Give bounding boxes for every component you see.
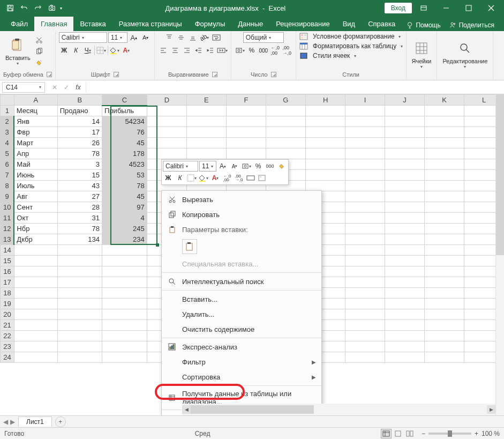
cell-B12[interactable]: 78 bbox=[57, 224, 102, 234]
tellme-button[interactable]: Помощь bbox=[403, 19, 443, 31]
menu-filter[interactable]: Фильтр▶ bbox=[162, 354, 321, 369]
cell-G1[interactable] bbox=[266, 106, 305, 116]
tab-help[interactable]: Справка bbox=[362, 17, 402, 31]
cell-I7[interactable] bbox=[345, 170, 385, 181]
mini-comma-icon[interactable]: 000 bbox=[265, 161, 275, 172]
cell-K18[interactable] bbox=[424, 288, 464, 299]
currency-icon[interactable]: ▾ bbox=[235, 45, 245, 56]
cell-styles-button[interactable]: Стили ячеек ▾ bbox=[299, 51, 403, 60]
row-header-19[interactable]: 19 bbox=[1, 299, 14, 309]
col-header-F[interactable]: F bbox=[226, 95, 266, 106]
cell-B19[interactable] bbox=[57, 299, 102, 309]
cell-I22[interactable] bbox=[345, 331, 385, 341]
cell-C10[interactable]: 97 bbox=[102, 202, 147, 213]
cells-button[interactable]: Ячейки ▾ bbox=[410, 39, 434, 70]
row-header-11[interactable]: 11 bbox=[1, 213, 14, 224]
cell-B24[interactable] bbox=[57, 352, 102, 363]
col-header-I[interactable]: I bbox=[345, 95, 385, 106]
cell-J17[interactable] bbox=[385, 277, 425, 288]
cell-A1[interactable]: Месяц bbox=[14, 106, 57, 116]
font-size-combo[interactable]: 11▾ bbox=[108, 32, 127, 43]
mini-font-combo[interactable]: Calibri▾ bbox=[163, 161, 198, 172]
enter-formula-icon[interactable]: ✓ bbox=[61, 82, 72, 93]
paste-option-default[interactable] bbox=[182, 239, 197, 254]
cell-C18[interactable] bbox=[102, 288, 147, 299]
row-header-24[interactable]: 24 bbox=[1, 352, 14, 363]
cell-B7[interactable]: 15 bbox=[57, 170, 102, 181]
copy-icon[interactable] bbox=[34, 46, 44, 57]
cell-I14[interactable] bbox=[345, 245, 385, 256]
cell-C15[interactable] bbox=[102, 256, 147, 266]
redo-icon[interactable] bbox=[32, 2, 44, 14]
col-header-B[interactable]: B bbox=[57, 95, 102, 106]
col-header-H[interactable]: H bbox=[306, 95, 345, 106]
cell-B16[interactable] bbox=[57, 266, 102, 277]
mini-percent-icon[interactable]: % bbox=[253, 161, 264, 172]
cell-I10[interactable] bbox=[345, 202, 385, 213]
underline-button[interactable]: Ч ▾ bbox=[82, 45, 93, 56]
cell-C22[interactable] bbox=[102, 331, 147, 341]
row-header-18[interactable]: 18 bbox=[1, 288, 14, 299]
cell-A2[interactable]: Янв bbox=[14, 116, 57, 127]
cell-I20[interactable] bbox=[345, 309, 385, 320]
cell-A8[interactable]: Июль bbox=[14, 181, 57, 191]
cell-A5[interactable]: Апр bbox=[14, 148, 57, 159]
cell-K21[interactable] bbox=[424, 320, 464, 331]
alignment-launcher[interactable] bbox=[212, 72, 217, 77]
mini-size-combo[interactable]: 11▾ bbox=[199, 161, 216, 172]
cell-H8[interactable] bbox=[306, 181, 345, 191]
cell-H7[interactable] bbox=[306, 170, 345, 181]
cell-I11[interactable] bbox=[345, 213, 385, 224]
cell-K3[interactable] bbox=[424, 127, 464, 138]
format-table-button[interactable]: Форматировать как таблицу ▾ bbox=[299, 42, 403, 50]
zoom-level[interactable]: 100 % bbox=[482, 430, 500, 437]
cell-B10[interactable]: 28 bbox=[57, 202, 102, 213]
cell-A17[interactable] bbox=[14, 277, 57, 288]
increase-font-icon[interactable]: A▴ bbox=[129, 32, 139, 43]
cell-I13[interactable] bbox=[345, 234, 385, 245]
decrease-font-icon[interactable]: A▾ bbox=[140, 32, 151, 43]
cell-K6[interactable] bbox=[424, 159, 464, 170]
menu-insert[interactable]: Вставить... bbox=[162, 292, 321, 307]
cell-J7[interactable] bbox=[385, 170, 425, 181]
cell-D2[interactable] bbox=[147, 116, 186, 127]
align-bottom-icon[interactable] bbox=[187, 32, 198, 43]
cell-D3[interactable] bbox=[147, 127, 186, 138]
row-header-7[interactable]: 7 bbox=[1, 170, 14, 181]
cell-F2[interactable] bbox=[226, 116, 266, 127]
cell-C8[interactable]: 78 bbox=[102, 181, 147, 191]
bold-button[interactable]: Ж bbox=[59, 45, 70, 56]
row-header-8[interactable]: 8 bbox=[1, 181, 14, 191]
cell-G5[interactable] bbox=[266, 148, 305, 159]
paste-button[interactable]: Вставить ▾ bbox=[3, 35, 33, 67]
cell-I3[interactable] bbox=[345, 127, 385, 138]
cell-B5[interactable]: 78 bbox=[57, 148, 102, 159]
col-header-G[interactable]: G bbox=[266, 95, 305, 106]
cell-K12[interactable] bbox=[424, 224, 464, 234]
save-icon[interactable] bbox=[4, 2, 16, 14]
cell-A11[interactable]: Окт bbox=[14, 213, 57, 224]
zoom-control[interactable]: − + 100 % bbox=[422, 430, 500, 437]
cell-K14[interactable] bbox=[424, 245, 464, 256]
cell-K19[interactable] bbox=[424, 299, 464, 309]
cell-C6[interactable]: 4523 bbox=[102, 159, 147, 170]
fill-color-icon[interactable]: ▾ bbox=[109, 45, 120, 56]
sheet-nav-next-icon[interactable]: ▶ bbox=[10, 418, 15, 426]
row-header-13[interactable]: 13 bbox=[1, 234, 14, 245]
align-middle-icon[interactable] bbox=[176, 32, 186, 43]
cell-I23[interactable] bbox=[345, 341, 385, 352]
cell-J21[interactable] bbox=[385, 320, 425, 331]
cell-C4[interactable]: 45 bbox=[102, 138, 147, 148]
mini-inc-decimal-icon[interactable]: ←,0,00 bbox=[222, 173, 232, 183]
mini-bold-button[interactable]: Ж bbox=[163, 173, 174, 183]
cell-K22[interactable] bbox=[424, 331, 464, 341]
cell-J11[interactable] bbox=[385, 213, 425, 224]
cell-J4[interactable] bbox=[385, 138, 425, 148]
percent-icon[interactable]: % bbox=[246, 45, 257, 56]
add-sheet-button[interactable]: + bbox=[55, 416, 66, 427]
cell-K5[interactable] bbox=[424, 148, 464, 159]
cell-B2[interactable]: 14 bbox=[57, 116, 102, 127]
cell-C21[interactable] bbox=[102, 320, 147, 331]
cell-A9[interactable]: Авг bbox=[14, 191, 57, 202]
cell-H3[interactable] bbox=[306, 127, 345, 138]
